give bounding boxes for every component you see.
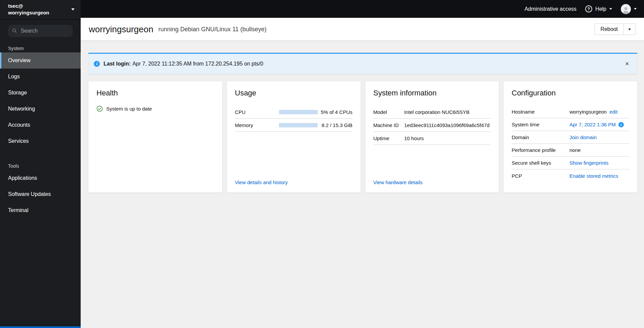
pcp-row: PCP Enable stored metrics (512, 169, 629, 182)
masthead: Administrative access ? Help (81, 0, 644, 18)
cpu-usage-row: CPU 5% of 4 CPUs (235, 106, 353, 119)
chevron-down-icon (634, 8, 637, 10)
search-wrap (0, 19, 81, 39)
chevron-down-icon (628, 29, 631, 30)
sidebar-item-networking[interactable]: Networking (0, 101, 81, 117)
admin-access-label: Administrative access (524, 6, 576, 12)
domain-label: Domain (512, 134, 569, 140)
domain-row: Domain Join domain (512, 131, 629, 144)
info-icon: i (94, 61, 100, 67)
enable-stored-metrics-link[interactable]: Enable stored metrics (569, 173, 618, 179)
join-domain-link[interactable]: Join domain (569, 134, 597, 140)
usage-card-title: Usage (235, 89, 353, 97)
model-label: Model (373, 109, 404, 115)
main-column: Administrative access ? Help worryingsur… (81, 0, 644, 328)
sidebar-item-logs[interactable]: Logs (0, 69, 81, 85)
hostname-value: worryingsurgeon (569, 109, 607, 115)
performance-profile-value: none (569, 147, 580, 153)
pcp-label: PCP (512, 173, 569, 179)
alert-title: Last login: (104, 61, 131, 67)
reboot-button[interactable]: Reboot (595, 24, 623, 35)
overview-cards: Health System is up to date Usage CPU (88, 81, 637, 193)
configuration-card: Configuration Hostname worryingsurgeon e… (504, 81, 637, 193)
search-icon (12, 28, 17, 34)
brand-user: tsec@ (8, 3, 49, 9)
help-menu[interactable]: ? Help (585, 5, 612, 12)
usage-card: Usage CPU 5% of 4 CPUs Memory 8.2 / 1 (227, 81, 361, 193)
brand-host: worryingsurgeon (8, 9, 49, 16)
memory-usage-row: Memory 8.2 / 15.3 GiB (235, 119, 353, 132)
machine-id-value: 1ed3eec9111c4093a1096f69a6c5f47d (404, 122, 491, 128)
model-row: Model Intel corporation NUC6i5SYB (373, 106, 491, 119)
memory-progress-bar (279, 123, 318, 127)
uptime-label: Uptime (373, 135, 404, 141)
health-card: Health System is up to date (88, 81, 222, 193)
cpu-usage-value: 5% of 4 CPUs (318, 109, 353, 115)
search-input[interactable] (20, 28, 69, 34)
reboot-split-button: Reboot (595, 24, 636, 35)
cpu-label: CPU (235, 109, 279, 115)
hostname-edit-link[interactable]: edit (609, 109, 617, 115)
sidebar: tsec@ worryingsurgeon System Overview Lo… (0, 0, 81, 328)
show-fingerprints-link[interactable]: Show fingerprints (569, 160, 608, 166)
session-menu[interactable] (621, 4, 637, 14)
chevron-down-icon (71, 8, 75, 10)
health-status-text: System is up to date (106, 106, 152, 112)
performance-profile-label: Performance profile (512, 147, 569, 153)
chevron-down-icon (609, 8, 612, 10)
machine-id-label: Machine ID (373, 122, 404, 128)
hostname-label: Hostname (512, 109, 569, 115)
sidebar-item-terminal[interactable]: Terminal (0, 202, 81, 218)
alert-message: Apr 7, 2022 11:12:35 AM from 172.20.254.… (132, 61, 263, 67)
system-time-link[interactable]: Apr 7, 2022 1:36 PM (569, 122, 616, 127)
os-subtitle: running Debian GNU/Linux 11 (bullseye) (158, 26, 267, 33)
cpu-progress-bar (279, 110, 318, 114)
system-info-card-title: System information (373, 89, 491, 97)
uptime-value: 10 hours (404, 135, 491, 141)
page-title: worryingsurgeon (89, 24, 153, 35)
hostname-row: Hostname worryingsurgeon edit (512, 106, 629, 118)
uptime-row: Uptime 10 hours (373, 132, 491, 145)
nav-section-label-tools: Tools (0, 157, 81, 170)
memory-usage-value: 8.2 / 15.3 GiB (318, 122, 353, 128)
check-circle-icon (96, 106, 103, 112)
search-box[interactable] (8, 25, 73, 37)
avatar (621, 4, 631, 14)
performance-profile-row: Performance profile none (512, 144, 629, 157)
sidebar-item-applications[interactable]: Applications (0, 170, 81, 186)
info-icon[interactable]: i (618, 122, 624, 127)
admin-access-button[interactable]: Administrative access (524, 6, 576, 12)
sidebar-item-overview[interactable]: Overview (0, 52, 81, 69)
host-switcher-label: tsec@ worryingsurgeon (8, 3, 49, 16)
help-icon: ? (585, 5, 592, 12)
health-status-row: System is up to date (96, 106, 214, 112)
help-label: Help (595, 6, 606, 12)
configuration-card-title: Configuration (512, 89, 629, 97)
view-hardware-details-link[interactable]: View hardware details (373, 179, 491, 185)
secure-shell-keys-row: Secure shell keys Show fingerprints (512, 157, 629, 169)
system-time-row: System time Apr 7, 2022 1:36 PM i (512, 118, 629, 131)
system-information-card: System information Model Intel corporati… (365, 81, 499, 193)
nav-section-tools: Tools Applications Software Updates Term… (0, 157, 81, 218)
last-login-alert: i Last login: Apr 7, 2022 11:12:35 AM fr… (88, 53, 637, 74)
nav-section-system: System Overview Logs Storage Networking … (0, 39, 81, 149)
sidebar-item-services[interactable]: Services (0, 133, 81, 149)
sidebar-item-software-updates[interactable]: Software Updates (0, 186, 81, 202)
content-area: i Last login: Apr 7, 2022 11:12:35 AM fr… (81, 40, 644, 328)
view-details-history-link[interactable]: View details and history (235, 179, 353, 185)
sidebar-bottom-accent (0, 326, 81, 328)
health-card-title: Health (96, 89, 214, 97)
memory-label: Memory (235, 122, 279, 128)
app-root: tsec@ worryingsurgeon System Overview Lo… (0, 0, 644, 328)
secure-shell-keys-label: Secure shell keys (512, 160, 569, 166)
machine-id-row: Machine ID 1ed3eec9111c4093a1096f69a6c5f… (373, 119, 491, 132)
reboot-dropdown-toggle[interactable] (623, 24, 636, 35)
host-switcher[interactable]: tsec@ worryingsurgeon (0, 0, 81, 19)
alert-close-button[interactable]: ✕ (622, 59, 632, 68)
nav-section-label-system: System (0, 39, 81, 52)
model-value: Intel corporation NUC6i5SYB (404, 109, 491, 115)
sidebar-item-storage[interactable]: Storage (0, 85, 81, 101)
user-icon (621, 5, 630, 14)
sidebar-item-accounts[interactable]: Accounts (0, 117, 81, 133)
content-header: worryingsurgeon running Debian GNU/Linux… (81, 18, 644, 40)
